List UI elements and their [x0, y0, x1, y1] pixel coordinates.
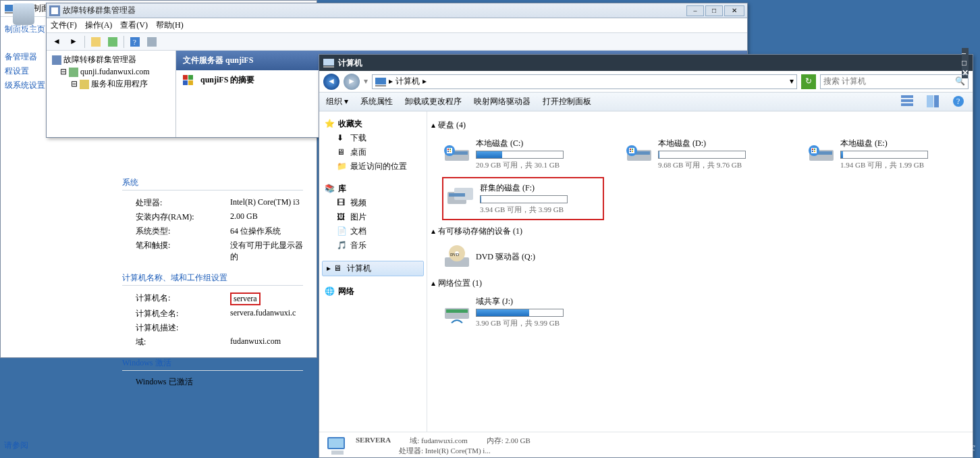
sidenav-devmgr[interactable]: 备管理器 [5, 50, 45, 64]
address-bar[interactable]: ▸ 计算机 ▸ ▾ [372, 74, 797, 89]
group-removable[interactable]: ▴ 有可移动存储的设备 (1) [430, 223, 970, 240]
tree-domain[interactable]: ⊟ qunji.fudanwuxi.com [49, 66, 173, 78]
cmd-organize[interactable]: 组织 ▾ [326, 96, 348, 107]
svg-rect-8 [69, 68, 78, 77]
cmd-controlpanel[interactable]: 打开控制面板 [543, 96, 591, 107]
menu-file[interactable]: 文件(F) [51, 20, 77, 31]
explorer-titlebar[interactable]: 计算机 – □ ✕ [319, 55, 973, 71]
toolbar-btn[interactable] [105, 34, 120, 49]
search-input[interactable] [823, 76, 952, 86]
minimize-button[interactable]: – [686, 5, 704, 16]
watermark: @51CTO博客 [923, 443, 975, 455]
nav-fwd-button[interactable]: ► [66, 34, 81, 49]
cmd-mapdrive[interactable]: 映射网络驱动器 [474, 96, 530, 107]
nav-libraries[interactable]: 📚库 [322, 182, 424, 196]
cluster-drive[interactable]: 群集的磁盘 (F:)3.94 GB 可用，共 3.99 GB [442, 177, 604, 220]
help-icon[interactable]: ? [952, 95, 966, 109]
command-row: 组织 ▾ 系统属性 卸载或更改程序 映射网络驱动器 打开控制面板 ? [319, 93, 973, 111]
address-row: ◄ ► ▾ ▸ 计算机 ▸ ▾ ↻ 🔍 [319, 71, 973, 93]
cmd-uninstall[interactable]: 卸载或更改程序 [405, 96, 462, 107]
toolbar-btn[interactable] [88, 34, 103, 49]
details-pane: SERVERA 域: fudanwuxi.com 内存: 2.00 GB 处理器… [319, 432, 973, 458]
details-name: SERVERA [356, 436, 391, 446]
toolbar-btn[interactable] [144, 34, 159, 49]
drive-icon [443, 141, 470, 168]
drive-icon [626, 141, 653, 168]
recycle-bin[interactable]: 回收站 [7, 3, 40, 36]
group-hdd[interactable]: ▴ 硬盘 (4) [430, 117, 970, 134]
computer-icon: 🖥 [333, 263, 344, 274]
cmd-sysprops[interactable]: 系统属性 [360, 96, 393, 107]
library-icon: 📚 [325, 184, 335, 195]
menu-help[interactable]: 帮助(H) [156, 20, 184, 31]
tree-services[interactable]: ⊟ 服务和应用程序 [49, 78, 173, 91]
activation-title: Windows 激活 [122, 357, 303, 371]
nav-fwd-button[interactable]: ► [344, 74, 360, 90]
nav-network[interactable]: 🌐网络 [322, 284, 424, 299]
desktop-icon: 🖥 [337, 147, 348, 158]
computer-icon [326, 434, 349, 457]
nav-recent[interactable]: 📁最近访问的位置 [322, 159, 424, 174]
close-button[interactable]: ✕ [724, 5, 744, 16]
nav-documents[interactable]: 📄文档 [322, 224, 424, 238]
svg-rect-32 [450, 149, 451, 150]
svg-rect-42 [632, 151, 633, 152]
network-share[interactable]: 域共享 (J:) 3.90 GB 可用，共 9.99 GB [442, 295, 604, 330]
svg-rect-2 [91, 37, 101, 47]
window-title: 故障转移群集管理器 [63, 5, 686, 16]
nav-back-button[interactable]: ◄ [323, 74, 339, 90]
nav-favorites[interactable]: ⭐收藏夹 [322, 117, 424, 131]
tree-root[interactable]: 故障转移群集管理器 [49, 53, 173, 66]
local-drive[interactable]: 本地磁盘 (C:)20.9 GB 可用，共 30.1 GB [442, 136, 604, 172]
svg-text:?: ? [956, 97, 960, 106]
view-options-icon[interactable] [901, 95, 915, 109]
minimize-button[interactable]: – [962, 48, 969, 58]
preview-pane-icon[interactable] [927, 95, 940, 109]
sidenav-remote[interactable]: 程设置 [5, 64, 45, 78]
see-also[interactable]: 请参阅 [4, 440, 28, 451]
svg-rect-48 [814, 149, 815, 150]
svg-rect-18 [375, 78, 386, 84]
svg-rect-31 [447, 149, 449, 150]
capacity-bar [658, 151, 746, 159]
nav-desktop[interactable]: 🖥桌面 [322, 145, 424, 159]
svg-rect-13 [188, 80, 193, 85]
download-icon: ⬇ [337, 133, 348, 144]
computer-icon [375, 76, 386, 87]
sidenav-advanced[interactable]: 级系统设置 [5, 78, 45, 93]
local-drive[interactable]: 本地磁盘 (E:)1.94 GB 可用，共 1.99 GB [807, 136, 969, 172]
svg-rect-3 [108, 37, 117, 47]
nav-downloads[interactable]: ⬇下载 [322, 131, 424, 145]
svg-rect-23 [927, 95, 933, 107]
search-icon[interactable]: 🔍 [955, 76, 965, 86]
svg-text:DVD: DVD [450, 253, 460, 257]
nav-computer[interactable]: ▸🖥计算机 [322, 261, 424, 276]
nav-pictures[interactable]: 🖼图片 [322, 210, 424, 224]
menu-action[interactable]: 操作(A) [85, 20, 113, 31]
svg-rect-41 [630, 151, 631, 152]
svg-rect-49 [812, 151, 813, 152]
local-drive[interactable]: 本地磁盘 (D:)9.68 GB 可用，共 9.76 GB [624, 136, 786, 172]
svg-rect-61 [329, 438, 344, 448]
maximize-button[interactable]: □ [962, 58, 969, 68]
group-netloc[interactable]: ▴ 网络位置 (1) [430, 275, 970, 292]
svg-rect-53 [449, 193, 465, 197]
titlebar[interactable]: 故障转移群集管理器 – □ ✕ [47, 3, 747, 18]
nav-music[interactable]: 🎵音乐 [322, 238, 424, 253]
nav-back-button[interactable]: ◄ [49, 34, 64, 49]
maximize-button[interactable]: □ [705, 5, 723, 16]
svg-rect-1 [51, 7, 58, 14]
chevron-down-icon[interactable]: ▾ [790, 76, 794, 86]
search-box[interactable]: 🔍 [820, 74, 969, 89]
app-icon [49, 5, 60, 16]
video-icon: 🎞 [337, 198, 348, 209]
nav-videos[interactable]: 🎞视频 [322, 196, 424, 210]
star-icon: ⭐ [325, 119, 335, 130]
help-button[interactable]: ? [128, 34, 142, 49]
name-title: 计算机名称、域和工作组设置 [122, 272, 303, 286]
menu-view[interactable]: 查看(V) [120, 20, 148, 31]
dvd-drive[interactable]: DVD DVD 驱动器 (Q:) [442, 243, 604, 272]
svg-rect-9 [80, 80, 89, 89]
tree-pane: 故障转移群集管理器 ⊟ qunji.fudanwuxi.com ⊟ 服务和应用程… [47, 51, 176, 137]
refresh-button[interactable]: ↻ [801, 74, 816, 89]
